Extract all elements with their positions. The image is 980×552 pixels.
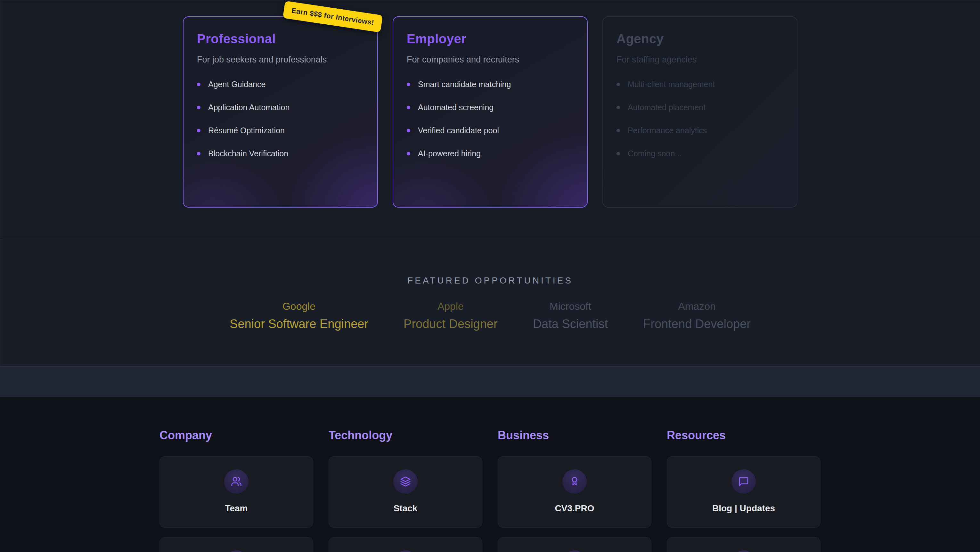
footer-column-heading: Resources (667, 429, 821, 442)
footer-column-heading: Technology (329, 429, 482, 442)
opportunity-microsoft[interactable]: Microsoft Data Scientist (533, 300, 608, 331)
chat-bubble-icon (732, 469, 756, 494)
feature-label: Automated placement (628, 102, 706, 112)
plan-feature: Agent Guidance (197, 80, 364, 89)
plan-feature-list: Multi-client management Automated placem… (617, 80, 783, 158)
bullet-dot (617, 152, 620, 155)
footer-link-partial[interactable] (498, 537, 651, 552)
users-icon (224, 469, 248, 494)
opportunity-company: Apple (404, 300, 498, 313)
footer-link-cv3pro[interactable]: CV3.PRO (498, 456, 651, 528)
footer-column-company: Company Team (159, 429, 313, 552)
opportunity-company: Microsoft (533, 300, 608, 313)
bullet-dot (407, 152, 410, 155)
footer-link-icon (393, 550, 418, 552)
footer-column-technology: Technology Stack (329, 429, 482, 552)
plan-feature: Performance analytics (617, 126, 783, 135)
plan-feature: AI-powered hiring (407, 148, 574, 158)
plan-description: For staffing agencies (617, 54, 783, 65)
layers-icon (393, 469, 418, 494)
opportunity-title: Data Scientist (533, 317, 608, 331)
opportunity-apple[interactable]: Apple Product Designer (404, 300, 498, 331)
footer: Company Team Technology Stack (0, 397, 980, 552)
plan-card-employer[interactable]: Employer For companies and recruiters Sm… (393, 16, 588, 207)
opportunity-company: Amazon (643, 300, 751, 313)
opportunity-title: Product Designer (404, 317, 498, 331)
feature-label: Multi-client management (628, 80, 715, 89)
footer-link-label: CV3.PRO (555, 503, 594, 514)
footer-column-resources: Resources Blog | Updates (667, 429, 821, 552)
feature-label: Application Automation (208, 102, 290, 112)
plan-description: For companies and recruiters (407, 54, 574, 65)
plan-feature: Blockchain Verification (197, 148, 364, 158)
feature-label: Blockchain Verification (208, 148, 288, 158)
footer-column-heading: Business (498, 429, 651, 442)
plan-description: For job seekers and professionals (197, 54, 364, 65)
plans-section: Professional For job seekers and profess… (0, 0, 980, 238)
plan-feature: Résumé Optimization (197, 126, 364, 135)
plan-title: Professional (197, 32, 364, 46)
footer-link-partial[interactable] (667, 537, 821, 552)
award-icon (562, 469, 587, 494)
plan-card-professional[interactable]: Professional For job seekers and profess… (183, 16, 378, 207)
plan-feature-list: Agent Guidance Application Automation Ré… (197, 80, 364, 158)
footer-link-partial[interactable] (329, 537, 482, 552)
footer-link-label: Blog | Updates (712, 503, 775, 514)
footer-link-icon (224, 550, 248, 552)
footer-link-icon (732, 550, 756, 552)
plan-feature: Verified candidate pool (407, 126, 574, 135)
feature-label: Résumé Optimization (208, 126, 285, 135)
bullet-dot (407, 129, 410, 132)
feature-label: Smart candidate matching (418, 80, 511, 89)
footer-grid: Company Team Technology Stack (159, 397, 821, 552)
bullet-dot (617, 129, 620, 132)
plan-card-agency: Agency For staffing agencies Multi-clien… (602, 16, 797, 207)
opportunity-amazon[interactable]: Amazon Frontend Developer (643, 300, 751, 331)
plan-feature: Multi-client management (617, 80, 783, 89)
bullet-dot (197, 83, 200, 86)
ticker-strip (0, 366, 980, 397)
plan-feature-list: Smart candidate matching Automated scree… (407, 80, 574, 158)
bullet-dot (407, 106, 410, 109)
bullet-dot (407, 83, 410, 86)
feature-label: Performance analytics (628, 126, 707, 135)
plan-feature: Application Automation (197, 102, 364, 112)
feature-label: Agent Guidance (208, 80, 266, 89)
footer-link-label: Team (225, 503, 248, 514)
featured-heading: FEATURED OPPORTUNITIES (0, 275, 980, 286)
plan-feature: Automated screening (407, 102, 574, 112)
footer-column-heading: Company (159, 429, 313, 442)
featured-opportunities-section: FEATURED OPPORTUNITIES Google Senior Sof… (0, 239, 980, 366)
bullet-dot (197, 106, 200, 109)
plan-cards-row: Professional For job seekers and profess… (183, 16, 797, 207)
bullet-dot (197, 152, 200, 155)
footer-link-partial[interactable] (159, 537, 313, 552)
plan-title: Employer (407, 32, 574, 46)
opportunities-row: Google Senior Software Engineer Apple Pr… (0, 300, 980, 331)
footer-link-stack[interactable]: Stack (329, 456, 482, 528)
opportunity-title: Frontend Developer (643, 317, 751, 331)
footer-link-label: Stack (394, 503, 418, 514)
bullet-dot (617, 106, 620, 109)
plan-feature: Automated placement (617, 102, 783, 112)
feature-label: Automated screening (418, 102, 493, 112)
opportunity-google[interactable]: Google Senior Software Engineer (230, 300, 368, 331)
bullet-dot (197, 129, 200, 132)
footer-link-team[interactable]: Team (159, 456, 313, 528)
feature-label: Coming soon... (628, 148, 681, 158)
feature-label: Verified candidate pool (418, 126, 499, 135)
feature-label: AI-powered hiring (418, 148, 481, 158)
bullet-dot (617, 83, 620, 86)
plan-title: Agency (617, 32, 783, 46)
opportunity-title: Senior Software Engineer (230, 317, 368, 331)
footer-link-blog[interactable]: Blog | Updates (667, 456, 821, 528)
footer-column-business: Business CV3.PRO (498, 429, 651, 552)
plan-feature: Coming soon... (617, 148, 783, 158)
opportunity-company: Google (230, 300, 368, 313)
footer-link-icon (562, 550, 587, 552)
plan-feature: Smart candidate matching (407, 80, 574, 89)
